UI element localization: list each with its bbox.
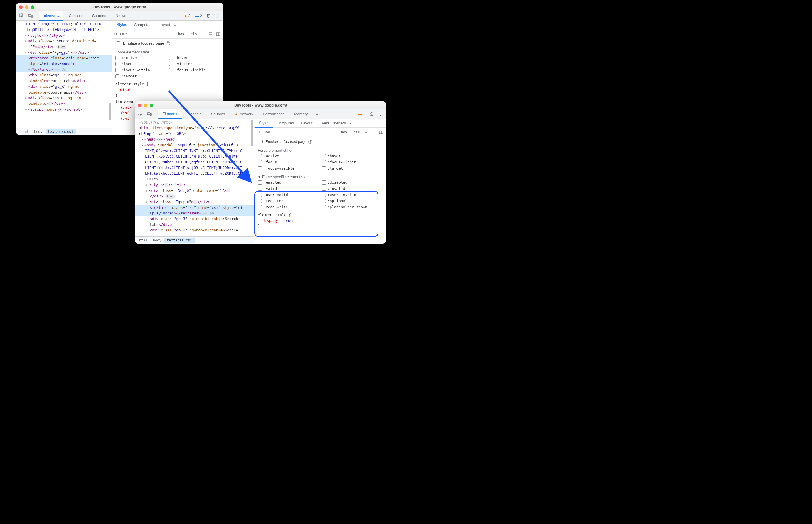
state-focus[interactable]: :focus [115, 61, 166, 67]
tab-sources[interactable]: Sources [88, 11, 110, 20]
plus-icon[interactable]: ＋ [363, 129, 369, 135]
zoom-icon[interactable] [150, 103, 153, 107]
state-enabled[interactable]: :enabled [258, 180, 319, 185]
settings-icon[interactable] [368, 110, 376, 118]
cls-toggle[interactable]: .cls [350, 130, 361, 134]
inspect-icon[interactable] [18, 12, 26, 20]
scrollbar-thumb[interactable] [251, 120, 253, 146]
plus-icon[interactable]: ＋ [200, 31, 206, 37]
state-focus-visible[interactable]: :focus-visible [169, 67, 220, 73]
state-active[interactable]: :active [258, 153, 319, 159]
help-icon[interactable]: ? [308, 140, 312, 144]
crumb-textarea[interactable]: textarea.csi [46, 129, 76, 134]
state-focus-within[interactable]: :focus-within [322, 159, 383, 165]
state-target[interactable]: :target [115, 73, 166, 79]
close-icon[interactable] [19, 5, 22, 9]
crumb-textarea[interactable]: textarea.csi [164, 238, 195, 243]
emulate-focused-checkbox[interactable] [259, 140, 263, 144]
warnings-badge[interactable]: ▲ 2 [182, 14, 192, 18]
flex-badge[interactable]: flex [165, 194, 175, 199]
zoom-icon[interactable] [31, 5, 34, 9]
subtab-computed[interactable]: Computed [273, 119, 297, 128]
hov-toggle[interactable]: :hov [337, 130, 349, 134]
inspect-icon[interactable] [137, 110, 144, 118]
state-visited[interactable]: :visited [169, 61, 220, 67]
state-focus-within[interactable]: :focus-within [115, 67, 166, 73]
tab-memory[interactable]: Memory [290, 110, 312, 119]
cls-toggle[interactable]: .cls [187, 32, 198, 36]
state-focus[interactable]: :focus [258, 159, 319, 165]
state-checkboxes: :active :hover :focus :visited :focus-wi… [112, 55, 223, 81]
state-user-valid[interactable]: :user-valid [258, 192, 319, 197]
brush-icon[interactable] [207, 31, 214, 37]
hov-toggle[interactable]: :hov [174, 32, 186, 36]
more-subtabs-icon[interactable]: » [174, 22, 176, 27]
settings-icon[interactable] [205, 12, 212, 20]
svg-rect-14 [379, 131, 383, 134]
subtab-event-listeners[interactable]: Event Listeners [316, 119, 349, 128]
state-hover[interactable]: :hover [169, 55, 220, 61]
crumb-body[interactable]: body [150, 238, 164, 243]
selected-element[interactable]: ⋯<textarea class="csi" name="csi" style=… [135, 205, 254, 210]
help-icon[interactable]: ? [166, 42, 170, 46]
state-target[interactable]: :target [322, 165, 383, 171]
more-subtabs-icon[interactable]: » [349, 121, 351, 125]
device-icon[interactable] [27, 12, 34, 20]
minimize-icon[interactable] [144, 103, 147, 107]
filter-input[interactable] [119, 31, 173, 37]
subtab-styles[interactable]: Styles [255, 119, 273, 128]
state-disabled[interactable]: :disabled [322, 180, 383, 185]
state-focus-visible[interactable]: :focus-visible [258, 165, 319, 171]
element-style-rule[interactable]: element.style { displ } [112, 81, 223, 99]
force-specific-state-label[interactable]: ▼Force specific element state [254, 173, 386, 180]
filter-icon: ⫾⫾ [114, 32, 118, 36]
subtab-computed[interactable]: Computed [130, 20, 155, 29]
state-placeholder-shown[interactable]: :placeholder-shown [322, 204, 383, 210]
tab-performance[interactable]: Performance [259, 110, 289, 119]
state-checkboxes: :active :hover :focus :focus-within :foc… [254, 153, 386, 173]
issues-badge[interactable]: ▬ 1 [356, 112, 367, 116]
dom-tree[interactable]: <!DOCTYPE html> <html itemscope itemtype… [135, 119, 254, 236]
panel-icon[interactable] [378, 129, 384, 135]
emulate-focused-checkbox[interactable] [116, 42, 121, 45]
state-active[interactable]: :active [115, 55, 166, 61]
close-icon[interactable] [138, 103, 142, 107]
more-tabs-icon[interactable]: » [135, 12, 142, 20]
tab-elements[interactable]: Elements [158, 110, 182, 119]
state-valid[interactable]: :valid [258, 186, 319, 191]
subtab-layout[interactable]: Layout [297, 119, 316, 128]
state-hover[interactable]: :hover [322, 153, 383, 159]
crumb-html[interactable]: html [137, 238, 150, 243]
brush-icon[interactable] [370, 129, 377, 135]
state-required[interactable]: :required [258, 198, 319, 203]
device-icon[interactable] [146, 110, 153, 118]
issues-badge[interactable]: ▬ 2 [193, 14, 204, 18]
kebab-icon[interactable]: ⋮ [214, 12, 221, 20]
crumb-body[interactable]: body [32, 129, 45, 134]
selected-element[interactable]: ⋯<textarea class="csi" name="csi" [16, 55, 112, 61]
panel-icon[interactable] [215, 31, 221, 37]
tab-elements[interactable]: Elements [39, 11, 63, 20]
flex-badge[interactable]: flex [57, 45, 66, 50]
tab-network[interactable]: ▲Network [230, 110, 258, 119]
state-read-write[interactable]: :read-write [258, 204, 319, 210]
subtab-styles[interactable]: Styles [113, 20, 130, 29]
minimize-icon[interactable] [25, 5, 29, 9]
scrollbar-thumb[interactable] [109, 103, 111, 120]
crumb-html[interactable]: html [18, 129, 31, 134]
kebab-icon[interactable]: ⋮ [377, 110, 384, 118]
tab-network[interactable]: Network [112, 11, 134, 20]
state-user-invalid[interactable]: :user-invalid [322, 192, 383, 197]
tab-console[interactable]: Console [184, 110, 206, 119]
traffic-lights [138, 103, 153, 107]
tab-console[interactable]: Console [65, 11, 87, 20]
state-invalid[interactable]: :invalid [322, 186, 383, 191]
subtab-layout[interactable]: Layout [155, 20, 174, 29]
state-optional[interactable]: :optional [322, 198, 383, 203]
tab-sources[interactable]: Sources [207, 110, 229, 119]
window-title: DevTools - www.google.com/ [135, 103, 386, 108]
more-tabs-icon[interactable]: » [313, 110, 321, 118]
dom-tree[interactable]: LIENT;JL9QDc:.CLIENT;kWlxhc:.CLIEN T;qGM… [16, 20, 112, 128]
element-style-rule[interactable]: element.style { display: none; } [254, 212, 386, 229]
filter-input[interactable] [261, 130, 336, 135]
